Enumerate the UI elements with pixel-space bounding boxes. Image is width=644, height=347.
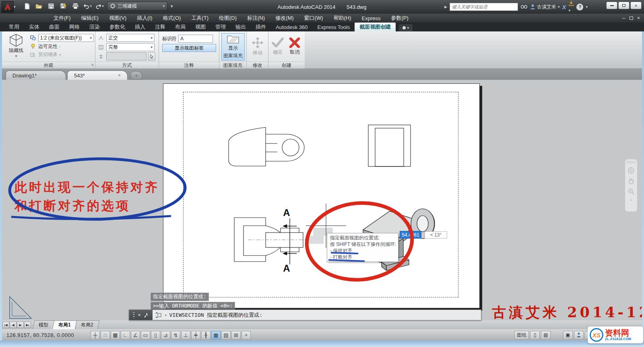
- infocenter-collapse-arrow[interactable]: ▶: [444, 5, 447, 9]
- menu-format[interactable]: 格式(O): [158, 14, 186, 23]
- search-icon[interactable]: [520, 4, 528, 10]
- new-drawing-tab-button[interactable]: ＋: [130, 71, 142, 80]
- doc-minimize-button[interactable]: ─: [622, 15, 625, 21]
- menu-dimension[interactable]: 标注(N): [242, 14, 270, 23]
- plot-button[interactable]: [71, 2, 80, 10]
- workspace-dropdown[interactable]: 三维建模 ▾: [107, 2, 167, 10]
- menu-file[interactable]: 文件(F): [48, 14, 76, 23]
- command-recent-arrow[interactable]: ▾: [165, 313, 167, 317]
- panel-create-footer[interactable]: 创建: [268, 62, 305, 69]
- command-input[interactable]: ▾ VIEWSECTION 指定截面视图的位置或:: [153, 310, 481, 320]
- drawing-canvas[interactable]: A A: [0, 80, 644, 320]
- selection-cycling-toggle[interactable]: ▩: [211, 331, 221, 339]
- menu-view[interactable]: 视图(V): [104, 14, 132, 23]
- redo-button[interactable]: ▾: [95, 2, 104, 10]
- tab-layout2[interactable]: 布局2: [74, 320, 99, 329]
- object-snap-toggle[interactable]: ▭: [141, 331, 150, 339]
- tab-model[interactable]: 模型: [33, 320, 55, 329]
- quick-view-drawings-button[interactable]: ▤: [541, 331, 551, 339]
- signin-user[interactable]: 古滇艾米 ▾: [530, 4, 560, 10]
- app-menu-button[interactable]: ▾: [2, 1, 20, 13]
- help-dropdown-arrow[interactable]: ▾: [586, 5, 588, 9]
- command-line-bar[interactable]: × ▾ VIEWSECTION 指定截面视图的位置或:: [129, 310, 481, 320]
- panel-expand-icon[interactable]: ↘: [91, 61, 94, 68]
- paper-model-button[interactable]: 图纸: [514, 331, 529, 339]
- lineweight-toggle[interactable]: ┿: [191, 331, 200, 339]
- ribbon-tab-section-view-creation[interactable]: 截面视图创建: [355, 23, 396, 31]
- qat-overflow-button[interactable]: ▾: [171, 4, 173, 9]
- tab-layout1[interactable]: 布局1: [52, 320, 77, 329]
- save-button[interactable]: [47, 2, 56, 10]
- navbar-more-arrow[interactable]: ▾: [630, 198, 632, 202]
- ribbon-tab-output[interactable]: 输出: [231, 23, 251, 31]
- dynamic-input-distance[interactable]: 54.4861: [400, 231, 421, 239]
- show-view-label-button[interactable]: 显示视图标签: [162, 44, 216, 52]
- lock-ui-toggle[interactable]: ＋: [242, 331, 251, 339]
- object-snap-tracking-toggle[interactable]: ⊿: [161, 331, 170, 339]
- maximize-button[interactable]: [618, 2, 630, 9]
- menu-modify[interactable]: 修改(M): [270, 14, 299, 23]
- first-layout-button[interactable]: |◀: [2, 322, 9, 328]
- next-layout-button[interactable]: ▶: [17, 322, 24, 328]
- minimize-button[interactable]: [606, 2, 617, 9]
- snap-mode-toggle[interactable]: ∷: [101, 331, 110, 339]
- scale-dropdown[interactable]: 1:2 (来自父视图(F)) ▾: [38, 34, 94, 42]
- save-as-button[interactable]: [59, 2, 68, 10]
- edge-visibility-button[interactable]: 边可见性 ▾: [29, 43, 94, 50]
- ribbon-tab-surface[interactable]: 曲面: [44, 23, 64, 31]
- exchange-apps-button[interactable]: X: [562, 4, 566, 10]
- menu-express[interactable]: Express: [357, 14, 386, 23]
- navigation-bar[interactable]: ▾: [625, 159, 638, 212]
- new-file-button[interactable]: [23, 2, 31, 10]
- tooltip-option-keep-alignment[interactable]: - 保持对齐: [330, 247, 398, 254]
- infer-constraints-toggle[interactable]: ┼: [91, 331, 100, 339]
- transparency-toggle[interactable]: ╂: [201, 331, 211, 339]
- tooltip-option-break-alignment[interactable]: - 打断对齐: [330, 254, 398, 260]
- annotation-scale-button[interactable]: [574, 331, 584, 339]
- maximize-viewport-button[interactable]: ▣: [563, 331, 573, 339]
- drag-grip-icon[interactable]: [133, 312, 135, 318]
- menu-tools[interactable]: 工具(T): [186, 14, 214, 23]
- wrench-icon[interactable]: [144, 312, 149, 318]
- help-button[interactable]: ?: [576, 4, 583, 10]
- close-button[interactable]: ×: [630, 2, 642, 9]
- menu-insert[interactable]: 插入(I): [132, 14, 157, 23]
- zoom-icon[interactable]: [627, 188, 635, 195]
- quick-properties-toggle[interactable]: ⊞: [231, 331, 241, 339]
- doc-close-button[interactable]: ×: [637, 15, 640, 21]
- pick-point-button[interactable]: [148, 52, 155, 60]
- ribbon-tab-home[interactable]: 常用: [4, 23, 24, 31]
- open-file-button[interactable]: [35, 2, 43, 10]
- last-layout-button[interactable]: ▶|: [24, 322, 31, 328]
- ribbon-tab-parametric[interactable]: 参数化: [105, 23, 130, 31]
- steering-wheel-icon[interactable]: [627, 167, 635, 174]
- menu-window[interactable]: 窗口(W): [299, 14, 328, 23]
- ribbon-tab-mesh[interactable]: 网格: [64, 23, 85, 31]
- file-tab-drawing1[interactable]: Drawing1*: [6, 71, 66, 80]
- cancel-button[interactable]: 取消: [287, 34, 303, 59]
- polar-tracking-toggle[interactable]: ∠: [131, 331, 140, 339]
- menu-help[interactable]: 帮助(H): [328, 14, 357, 23]
- doc-restore-button[interactable]: [630, 17, 633, 20]
- download-icon[interactable]: ▾: [568, 0, 574, 13]
- show-hatch-button[interactable]: 显示 图案填充: [221, 33, 245, 60]
- undo-button[interactable]: ▾: [83, 2, 92, 10]
- prev-layout-button[interactable]: ◀: [10, 322, 17, 328]
- panel-method-footer[interactable]: 方式: [95, 62, 159, 69]
- projection-dropdown[interactable]: 正交 ▾: [106, 34, 155, 42]
- annotation-monitor-toggle[interactable]: ▤: [221, 331, 231, 339]
- depth-dropdown[interactable]: 完整 ▾: [106, 43, 155, 51]
- menu-draw[interactable]: 绘图(D): [214, 14, 242, 23]
- ribbon-tab-solid[interactable]: 实体: [24, 23, 44, 31]
- panel-modify-footer[interactable]: 修改: [247, 62, 268, 69]
- ribbon-tab-manage[interactable]: 管理: [211, 23, 231, 31]
- dynamic-ucs-toggle[interactable]: ↯: [171, 331, 180, 339]
- navbar-grip[interactable]: [626, 161, 636, 164]
- hidden-lines-button[interactable]: 隐藏线 ▾: [4, 33, 28, 58]
- 3d-object-snap-toggle[interactable]: ▯: [151, 331, 160, 339]
- ribbon-tab-plugins[interactable]: 插件: [251, 23, 271, 31]
- dynamic-input-angle[interactable]: < 13°: [425, 231, 447, 239]
- menu-parametric[interactable]: 参数(P): [386, 14, 414, 23]
- ribbon-tab-view[interactable]: 视图: [190, 23, 211, 31]
- tab-close-icon[interactable]: ×: [118, 73, 121, 78]
